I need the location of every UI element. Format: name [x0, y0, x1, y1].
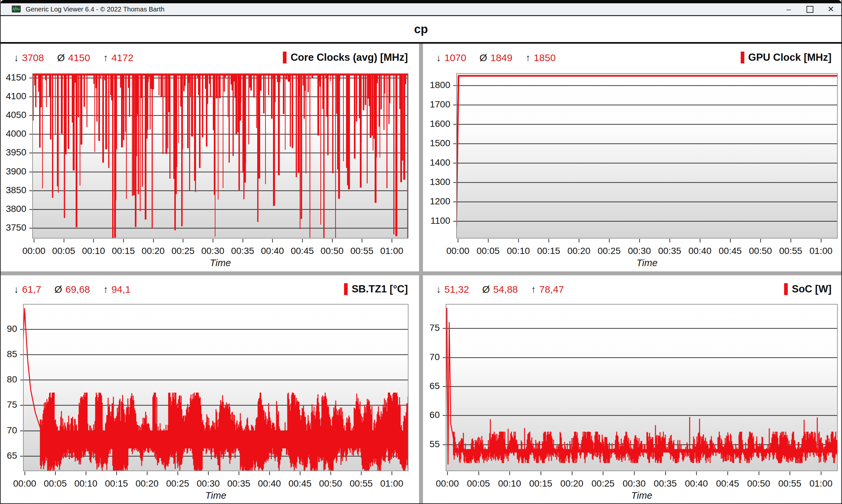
max-arrow-icon: ↑ — [526, 52, 531, 64]
y-axis-tick-label: 4000 — [0, 128, 26, 139]
y-axis-tick-label: 75 — [0, 399, 17, 410]
x-axis-tick-label: 00:25 — [167, 246, 199, 256]
maximize-icon — [807, 6, 813, 13]
stat-min: ↓3708 — [14, 52, 44, 64]
stats-row: ↓3708 Ø4150 ↑4172 — [14, 52, 134, 64]
y-axis-tick-label: 80 — [0, 374, 17, 385]
minimize-button[interactable]: – — [778, 3, 799, 15]
x-axis-tick-label: 01:00 — [375, 246, 408, 256]
stat-avg: Ø4150 — [57, 52, 90, 64]
stat-min-value: 1070 — [444, 52, 466, 64]
x-axis-tick-label: 00:35 — [222, 479, 255, 489]
y-axis-tick-label: 55 — [409, 439, 440, 449]
horizontal-separator — [1, 271, 842, 275]
plot-area-sb-tz1-temp[interactable] — [19, 304, 409, 476]
stat-avg-value: 69,68 — [66, 284, 90, 295]
y-axis-tick-label: 1400 — [419, 157, 450, 168]
x-axis-tick-label: 00:55 — [345, 479, 378, 489]
x-axis-tick-label: 00:20 — [563, 246, 595, 256]
max-arrow-icon: ↑ — [531, 284, 536, 295]
x-axis-tick-label: 00:50 — [744, 246, 777, 256]
x-axis-tick-label: 00:30 — [196, 246, 229, 256]
avg-symbol-icon: Ø — [54, 284, 62, 295]
x-axis-tick-label: 00:20 — [555, 479, 588, 489]
x-axis-tick-label: 00:50 — [314, 479, 347, 489]
app-window: Generic Log Viewer 6.4 - © 2022 Thomas B… — [0, 0, 842, 504]
min-arrow-icon: ↓ — [14, 52, 19, 64]
y-axis-tick-label: 1100 — [419, 216, 450, 226]
stat-min-value: 61,7 — [22, 284, 41, 295]
y-axis-tick-label: 1800 — [419, 80, 450, 90]
stat-min: ↓51,32 — [436, 284, 469, 295]
y-axis-tick-label: 1300 — [419, 177, 450, 187]
y-axis-tick-label: 3900 — [0, 166, 26, 177]
legend-label: GPU Clock [MHz] — [748, 52, 831, 64]
min-arrow-icon: ↓ — [436, 52, 441, 64]
stat-max: ↑78,47 — [531, 284, 564, 295]
x-axis-tick-label: 00:10 — [502, 246, 535, 256]
stat-max: ↑4172 — [103, 52, 134, 64]
x-axis-tick-label: 00:25 — [161, 479, 194, 489]
x-axis-tick-label: 00:35 — [649, 479, 682, 489]
x-axis-tick-label: 00:05 — [39, 479, 72, 489]
series-legend: GPU Clock [MHz] — [741, 52, 831, 64]
plot-area-gpu-clock[interactable] — [452, 73, 838, 243]
x-axis-tick-label: 00:15 — [100, 479, 133, 489]
x-axis-tick-label: 00:25 — [593, 246, 625, 256]
x-axis-tick-label: 00:10 — [493, 479, 526, 489]
x-axis-tick-label: 00:30 — [192, 479, 225, 489]
y-axis-tick-label: 65 — [0, 450, 17, 461]
plot-area-core-clocks[interactable] — [28, 73, 409, 243]
y-axis-tick-label: 85 — [0, 349, 17, 359]
y-axis-tick-label: 4100 — [0, 91, 26, 102]
avg-symbol-icon: Ø — [482, 284, 490, 295]
x-axis-tick-label: 00:55 — [773, 479, 806, 489]
stat-max-value: 4172 — [111, 52, 134, 64]
plot-area-soc-power[interactable] — [442, 304, 838, 476]
x-axis-tick-label: 00:45 — [714, 246, 746, 256]
stat-avg: Ø69,68 — [54, 284, 90, 295]
legend-label: SB.TZ1 [°C] — [351, 283, 408, 295]
x-axis-title: Time — [622, 490, 661, 501]
chart-panel-sb-tz1: ↓61,7 Ø69,68 ↑94,1 SB.TZ1 [°C] 908580757… — [1, 275, 419, 504]
stat-min: ↓1070 — [436, 52, 466, 64]
x-axis-tick-label: 00:30 — [618, 479, 651, 489]
legend-color-bar — [283, 52, 287, 64]
legend-color-bar — [741, 52, 744, 64]
x-axis-tick-label: 00:00 — [441, 246, 474, 256]
chart-panel-soc-power: ↓51,32 Ø54,88 ↑78,47 SoC [W] 75706560550… — [423, 275, 842, 504]
x-axis-tick-label: 00:00 — [17, 246, 50, 256]
legend-color-bar — [784, 283, 788, 295]
titlebar[interactable]: Generic Log Viewer 6.4 - © 2022 Thomas B… — [1, 3, 841, 15]
y-axis-tick-label: 65 — [409, 381, 440, 391]
x-axis-tick-label: 00:10 — [77, 246, 110, 256]
x-axis-tick-label: 00:35 — [226, 246, 259, 256]
y-axis-tick-label: 4150 — [0, 72, 26, 83]
chart-panel-gpu-clock: ↓1070 Ø1849 ↑1850 GPU Clock [MHz] 180017… — [423, 44, 842, 271]
x-axis-tick-label: 00:15 — [532, 246, 565, 256]
x-axis-tick-label: 00:40 — [253, 479, 286, 489]
y-axis-tick-label: 1200 — [419, 196, 450, 206]
legend-color-bar — [344, 283, 348, 295]
page-title: cp — [414, 22, 428, 36]
maximize-button[interactable] — [799, 3, 820, 15]
x-axis-tick-label: 00:40 — [684, 246, 716, 256]
legend-label: Core Clocks (avg) [MHz] — [290, 52, 408, 64]
close-button[interactable]: ✕ — [820, 3, 841, 15]
stat-max: ↑94,1 — [103, 284, 131, 295]
x-axis-tick-label: 00:40 — [680, 479, 713, 489]
stats-row: ↓1070 Ø1849 ↑1850 — [436, 52, 556, 64]
stat-max: ↑1850 — [526, 52, 556, 64]
x-axis-tick-label: 00:45 — [283, 479, 316, 489]
x-axis-tick-label: 00:25 — [586, 479, 619, 489]
x-axis-tick-label: 00:50 — [742, 479, 775, 489]
x-axis-tick-label: 00:05 — [47, 246, 80, 256]
y-axis-tick-label: 60 — [409, 410, 440, 420]
x-axis-tick-label: 00:15 — [524, 479, 557, 489]
x-axis-tick-label: 00:20 — [137, 246, 170, 256]
chart-grid: ↓3708 Ø4150 ↑4172 Core Clocks (avg) [MHz… — [1, 44, 842, 504]
max-arrow-icon: ↑ — [103, 52, 108, 64]
x-axis-tick-label: 00:10 — [69, 479, 102, 489]
window-top-border — [1, 0, 841, 3]
x-axis-title: Time — [627, 257, 667, 268]
